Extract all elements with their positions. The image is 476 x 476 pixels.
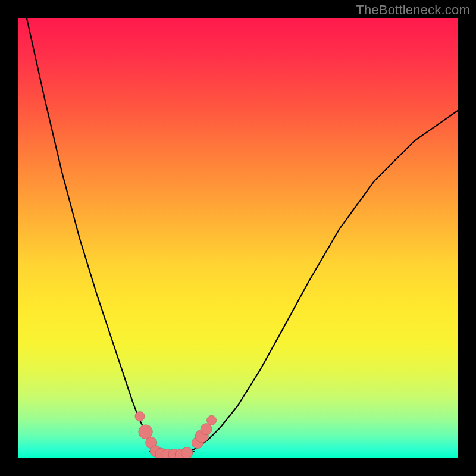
chart-svg: [18, 18, 458, 458]
series-right-curve: [176, 110, 458, 455]
data-marker: [207, 415, 217, 425]
plot-area: [18, 18, 458, 458]
curve-layer: [27, 18, 458, 455]
chart-frame: TheBottleneck.com: [0, 0, 476, 476]
watermark-text: TheBottleneck.com: [356, 2, 470, 18]
series-left-curve: [27, 18, 168, 455]
data-marker: [181, 447, 193, 459]
marker-layer: [135, 412, 217, 458]
data-marker: [139, 425, 153, 439]
data-marker: [201, 424, 212, 435]
data-marker: [135, 412, 145, 421]
